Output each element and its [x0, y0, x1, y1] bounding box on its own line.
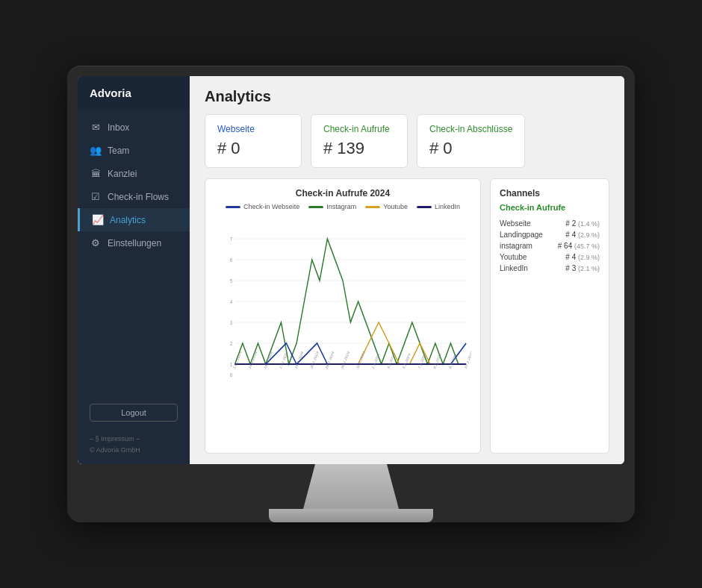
- team-icon: 👥: [90, 145, 102, 156]
- chart-legend: Check-in Webseite Instagram Youtube: [214, 203, 471, 210]
- channel-name: Youtube: [500, 253, 526, 261]
- channel-value: # 64 (45.7 %): [558, 242, 600, 250]
- inbox-icon: ✉: [90, 122, 102, 133]
- chart-area: Check-in Aufrufe 2024 Check-in Webseite …: [190, 178, 624, 464]
- copyright-text: © Advoria GmbH: [90, 445, 178, 455]
- channel-name: Webseite: [500, 219, 531, 228]
- channels-list: Webseite # 2 (1.4 %) Landingpage # 4 (2.…: [500, 218, 600, 274]
- chart-svg-wrapper: 7 6 5 4 3 2 1 0: [214, 216, 471, 444]
- svg-text:3: 3: [230, 319, 232, 325]
- legend-dot-instagram: [308, 206, 323, 208]
- sidebar-item-label: Check-in Flows: [108, 192, 169, 202]
- sidebar-item-analytics[interactable]: 📈 Analytics: [78, 208, 190, 231]
- stat-card-checkin-aufrufe: Check-in Aufrufe # 139: [311, 114, 408, 168]
- sidebar-item-label: Analytics: [110, 215, 146, 225]
- svg-text:8.2.2024: 8.2.2024: [432, 352, 441, 370]
- channel-row-youtube: Youtube # 4 (2.9 %): [500, 251, 600, 263]
- sidebar-item-settings[interactable]: ⚙ Einstellungen: [78, 231, 190, 254]
- stat-card-checkin-abschlusse: Check-in Abschlüsse # 0: [417, 114, 525, 168]
- svg-text:2: 2: [230, 340, 232, 346]
- legend-instagram: Instagram: [308, 203, 356, 210]
- legend-webseite: Check-in Webseite: [226, 203, 299, 210]
- sidebar: Advoria ✉ Inbox 👥 Team 🏛 Kanzlei: [78, 76, 190, 464]
- stat-value-checkin-abschlusse: # 0: [429, 139, 512, 158]
- stat-title-checkin-abschlusse: Check-in Abschlüsse: [429, 124, 512, 134]
- channels-panel: Channels Check-in Aufrufe Webseite # 2 (…: [490, 178, 609, 454]
- svg-text:5.2.2024: 5.2.2024: [402, 352, 411, 370]
- sidebar-item-kanzlei[interactable]: 🏛 Kanzlei: [78, 162, 190, 185]
- sidebar-item-label: Einstellungen: [108, 238, 161, 248]
- chart-title: Check-in Aufrufe 2024: [214, 188, 471, 198]
- analytics-icon: 📈: [92, 214, 104, 225]
- checkin-icon: ☑: [90, 191, 102, 202]
- svg-text:19.1.2024: 19.1.2024: [294, 350, 304, 370]
- channel-value: # 4 (2.9 %): [565, 253, 600, 261]
- svg-text:1.2.2024: 1.2.2024: [371, 352, 380, 370]
- chart-svg: 7 6 5 4 3 2 1 0: [214, 216, 471, 381]
- channel-value: # 4 (2.9 %): [565, 231, 600, 239]
- svg-text:7: 7: [230, 236, 232, 242]
- svg-text:26.1.2024: 26.1.2024: [309, 350, 319, 370]
- svg-text:0: 0: [230, 372, 232, 378]
- legend-label-instagram: Instagram: [326, 203, 356, 210]
- stat-value-webseite: # 0: [217, 139, 289, 158]
- page-title: Analytics: [205, 88, 609, 105]
- impressum-link[interactable]: – § Impressum –: [90, 434, 178, 444]
- svg-text:11.1.2024: 11.1.2024: [232, 350, 242, 370]
- stat-value-checkin-aufrufe: # 139: [323, 139, 395, 158]
- sidebar-item-checkin-flows[interactable]: ☑ Check-in Flows: [78, 185, 190, 208]
- stat-card-webseite: Webseite # 0: [205, 114, 302, 168]
- svg-text:28.1.2024: 28.1.2024: [325, 350, 335, 370]
- settings-icon: ⚙: [90, 237, 102, 248]
- stat-title-webseite: Webseite: [217, 124, 289, 134]
- main-content: Analytics Webseite # 0 Check-in Aufrufe …: [190, 76, 624, 464]
- channel-name: LinkedIn: [500, 264, 528, 272]
- chart-container: Check-in Aufrufe 2024 Check-in Webseite …: [205, 178, 481, 454]
- brand-label: Advoria: [78, 76, 190, 110]
- sidebar-item-label: Team: [108, 146, 129, 156]
- channel-name: instagram: [500, 242, 532, 250]
- legend-dot-linkedin: [417, 206, 432, 208]
- stat-title-checkin-aufrufe: Check-in Aufrufe: [323, 124, 395, 134]
- svg-text:7.2.2024: 7.2.2024: [417, 352, 426, 370]
- svg-text:31.1.2024: 31.1.2024: [355, 350, 365, 370]
- sidebar-item-team[interactable]: 👥 Team: [78, 139, 190, 162]
- monitor-stand: [291, 464, 411, 509]
- legend-linkedin: LinkedIn: [417, 203, 460, 210]
- channels-subtitle: Check-in Aufrufe: [500, 203, 600, 212]
- sidebar-item-label: Kanzlei: [108, 169, 137, 179]
- sidebar-item-inbox[interactable]: ✉ Inbox: [78, 116, 190, 139]
- svg-text:3.2.2024: 3.2.2024: [386, 352, 395, 370]
- svg-text:9.3.2024: 9.3.2024: [448, 352, 457, 370]
- legend-label-webseite: Check-in Webseite: [243, 203, 299, 210]
- logout-button[interactable]: Logout: [90, 404, 178, 422]
- legend-youtube: Youtube: [365, 203, 408, 210]
- svg-text:10.1.2024: 10.1.2024: [464, 350, 471, 370]
- channel-row-landingpage: Landingpage # 4 (2.9 %): [500, 229, 600, 240]
- monitor-base: [269, 509, 433, 522]
- channels-title: Channels: [500, 188, 600, 198]
- legend-label-linkedin: LinkedIn: [435, 203, 460, 210]
- svg-text:17.1.2024: 17.1.2024: [279, 350, 288, 370]
- channel-row-webseite: Webseite # 2 (1.4 %): [500, 218, 600, 229]
- legend-dot-webseite: [226, 206, 240, 208]
- legend-label-youtube: Youtube: [383, 203, 408, 210]
- svg-text:6: 6: [230, 257, 232, 263]
- svg-text:4: 4: [230, 298, 232, 304]
- sidebar-nav: ✉ Inbox 👥 Team 🏛 Kanzlei ☑ Check-in Flow…: [78, 110, 190, 395]
- stats-row: Webseite # 0 Check-in Aufrufe # 139 Chec…: [190, 114, 624, 178]
- svg-text:29.1.2024: 29.1.2024: [341, 350, 350, 370]
- channel-value: # 3 (2.1 %): [565, 264, 600, 272]
- svg-text:5: 5: [230, 278, 232, 284]
- channel-row-instagram: instagram # 64 (45.7 %): [500, 240, 600, 251]
- kanzlei-icon: 🏛: [90, 168, 102, 179]
- channel-name: Landingpage: [500, 231, 543, 239]
- legend-dot-youtube: [365, 206, 380, 208]
- sidebar-item-label: Inbox: [108, 122, 129, 133]
- monitor-wrapper: Advoria ✉ Inbox 👥 Team 🏛 Kanzlei: [67, 66, 635, 522]
- channel-value: # 2 (1.4 %): [565, 219, 600, 228]
- channel-row-linkedin: LinkedIn # 3 (2.1 %): [500, 263, 600, 274]
